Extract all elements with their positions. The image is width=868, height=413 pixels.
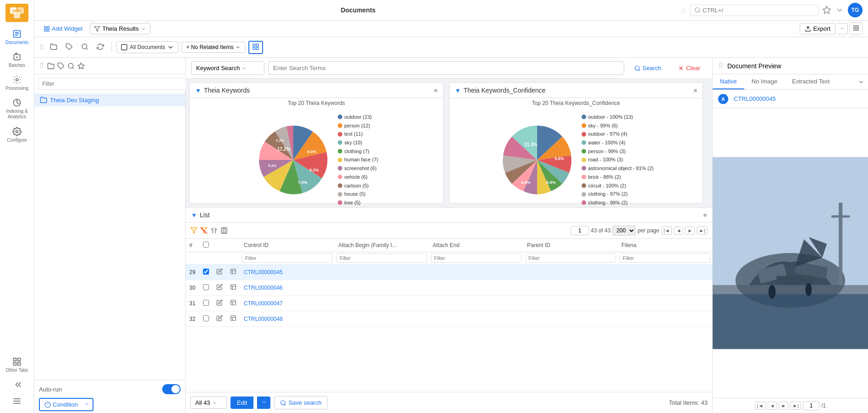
condition-button[interactable]: Condition: [39, 398, 83, 411]
drag-handle[interactable]: ⠿: [39, 43, 44, 52]
next-page-button[interactable]: ►: [685, 226, 695, 235]
select-all-checkbox[interactable]: [203, 242, 209, 248]
row-checkbox[interactable]: [203, 315, 209, 321]
doc-next-page[interactable]: ►: [779, 402, 788, 410]
row-control-id[interactable]: CTRL00000047: [240, 296, 335, 311]
sidebar-item-menu[interactable]: [0, 393, 34, 409]
sidebar-item-processing[interactable]: Processing: [0, 72, 34, 94]
star-icon[interactable]: ☆: [680, 6, 687, 15]
panel2-menu-icon[interactable]: ≡: [693, 87, 697, 94]
global-search-input[interactable]: [703, 7, 814, 14]
active-view-button[interactable]: [248, 41, 263, 54]
filter-filename[interactable]: [620, 253, 710, 263]
row-control-id[interactable]: CTRL00000048: [240, 311, 335, 327]
edit-button[interactable]: Edit: [231, 396, 253, 409]
refresh-button[interactable]: [94, 41, 107, 54]
table-row[interactable]: 32 CTRL00000048: [186, 311, 712, 327]
sidebar-item-other[interactable]: Other Tabs: [0, 353, 34, 376]
folder-button[interactable]: [47, 41, 60, 54]
row-edit-icon[interactable]: [213, 280, 226, 296]
control-id-link[interactable]: CTRL00000047: [244, 300, 283, 307]
filter-parent-id[interactable]: [525, 253, 616, 263]
panel2-expand-icon[interactable]: ▼: [455, 87, 461, 94]
export-dropdown[interactable]: [837, 23, 848, 34]
all-documents-dropdown[interactable]: All Documents: [116, 41, 178, 53]
tab-native[interactable]: Native: [713, 74, 744, 89]
tab-extracted-text[interactable]: Extracted Text: [785, 74, 837, 89]
row-control-id[interactable]: CTRL00000046: [240, 280, 335, 296]
analytics-scrollbar[interactable]: [705, 81, 710, 205]
tag-new-icon[interactable]: [57, 62, 65, 70]
list-expand-icon[interactable]: ▼: [191, 212, 197, 219]
control-id-link[interactable]: CTRL00000045: [244, 269, 283, 275]
filter-attach-begin[interactable]: [336, 253, 427, 263]
theia-results-select[interactable]: Theia Results: [90, 23, 150, 34]
doc-last-page[interactable]: ►|: [790, 402, 801, 410]
filter-control-id[interactable]: [242, 253, 333, 263]
page-number-input[interactable]: [571, 226, 589, 235]
filter-list-icon[interactable]: [190, 227, 198, 234]
all-select-dropdown[interactable]: All 43: [190, 396, 227, 409]
tab-no-image[interactable]: No Image: [744, 74, 785, 89]
control-id-link[interactable]: CTRL00000046: [244, 285, 283, 291]
doc-prev-page[interactable]: ◄: [768, 402, 777, 410]
row-edit-icon[interactable]: [213, 296, 226, 311]
table-row[interactable]: 29 CTRL00000045: [186, 264, 712, 280]
app-logo[interactable]: one: [5, 4, 28, 22]
row-checkbox[interactable]: [203, 300, 209, 306]
table-row[interactable]: 30 CTRL00000046: [186, 280, 712, 296]
columns-view-icon[interactable]: [220, 227, 228, 234]
doc-first-page[interactable]: |◄: [755, 402, 766, 410]
no-related-items-button[interactable]: + No Related Items: [181, 42, 246, 53]
condition-dropdown[interactable]: [82, 398, 93, 411]
tree-item-project[interactable]: Theia Dev Staging: [34, 94, 185, 106]
first-page-button[interactable]: |◄: [661, 226, 672, 235]
search-input[interactable]: [268, 61, 624, 75]
clear-button[interactable]: Clear: [671, 62, 707, 74]
panel-divider[interactable]: [445, 81, 447, 205]
per-page-select[interactable]: 200 50 100: [612, 226, 636, 236]
sidebar-item-documents[interactable]: Documents: [0, 26, 34, 49]
save-search-button[interactable]: Save search: [274, 396, 327, 409]
search-new-icon[interactable]: [67, 62, 75, 70]
row-checkbox[interactable]: [203, 284, 209, 290]
doc-page-input[interactable]: [803, 401, 819, 410]
filter-attach-end[interactable]: [431, 253, 522, 263]
control-id-link[interactable]: CTRL00000048: [244, 316, 283, 322]
filter-remove-icon[interactable]: [200, 227, 208, 234]
sidebar-item-batches[interactable]: Batches: [0, 49, 34, 72]
tag-button[interactable]: [63, 41, 76, 54]
panel1-menu-icon[interactable]: ≡: [434, 87, 438, 94]
document-id[interactable]: CTRL00000045: [731, 93, 779, 105]
add-widget-button[interactable]: Add Widget: [40, 23, 86, 34]
table-row[interactable]: 31 CTRL00000047: [186, 296, 712, 311]
row-checkbox[interactable]: [203, 269, 209, 275]
folder-new-icon[interactable]: [47, 62, 55, 70]
prev-page-button[interactable]: ◄: [674, 226, 683, 235]
sidebar-item-analytics[interactable]: Indexing &Analytics: [0, 94, 34, 123]
search-type-select[interactable]: Keyword Search: [191, 61, 264, 75]
resize-columns-icon[interactable]: [210, 227, 218, 234]
sidebar-item-collapse[interactable]: [0, 376, 34, 393]
row-control-id[interactable]: CTRL00000045: [240, 264, 335, 280]
grid-view-button[interactable]: [850, 22, 863, 35]
search-button[interactable]: [78, 41, 91, 54]
row-edit-icon[interactable]: [213, 264, 226, 280]
star-new-icon[interactable]: [77, 62, 85, 70]
panel1-expand-icon[interactable]: ▼: [195, 87, 201, 94]
row-edit-icon[interactable]: [213, 311, 226, 327]
edit-dropdown[interactable]: [257, 396, 270, 409]
user-avatar[interactable]: TG: [848, 3, 863, 17]
search-button-main[interactable]: Search: [628, 62, 668, 74]
star-outline-icon[interactable]: [822, 6, 831, 15]
doc-tab-dropdown[interactable]: [858, 79, 864, 85]
list-menu-icon[interactable]: ≡: [703, 212, 707, 219]
drag-handle-right[interactable]: ⠿: [718, 61, 724, 70]
auto-run-toggle[interactable]: [162, 384, 181, 394]
drag-handle-left[interactable]: ⠿: [39, 61, 44, 70]
chevron-icon[interactable]: [835, 6, 844, 15]
filter-input[interactable]: [38, 78, 189, 90]
export-button[interactable]: Export: [800, 23, 835, 34]
last-page-button[interactable]: ►|: [697, 226, 708, 235]
sidebar-item-configure[interactable]: Configure: [0, 123, 34, 146]
